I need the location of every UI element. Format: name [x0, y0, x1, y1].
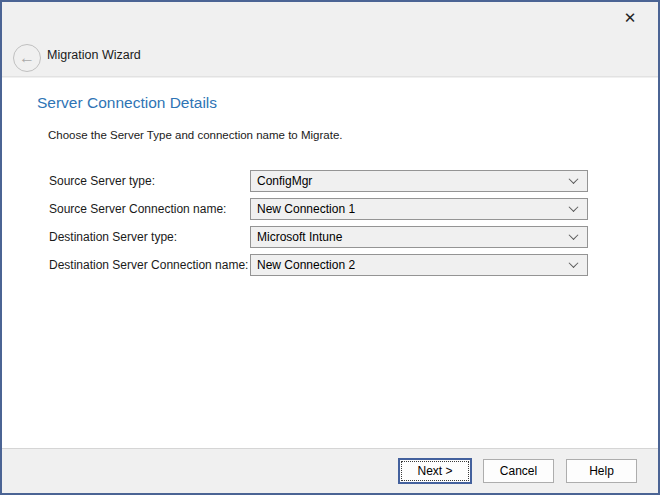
- help-button[interactable]: Help: [566, 459, 637, 483]
- destination-server-type-dropdown[interactable]: Microsoft Intune: [250, 226, 588, 248]
- destination-connection-name-dropdown[interactable]: New Connection 2: [250, 254, 588, 276]
- chevron-down-icon: [569, 230, 579, 240]
- title-bar: ✕: [2, 2, 658, 32]
- help-button-label: Help: [589, 464, 614, 478]
- form-row-destination-server-type: Destination Server type: Microsoft Intun…: [2, 226, 658, 248]
- source-server-type-dropdown[interactable]: ConfigMgr: [250, 170, 588, 192]
- page-description: Choose the Server Type and connection na…: [48, 129, 343, 141]
- chevron-down-icon: [569, 258, 579, 268]
- source-server-type-value: ConfigMgr: [257, 174, 312, 188]
- cancel-button-label: Cancel: [500, 464, 537, 478]
- button-bar: Next > Cancel Help: [2, 448, 658, 493]
- destination-connection-name-value: New Connection 2: [257, 258, 355, 272]
- back-arrow-icon: ←: [19, 50, 35, 66]
- form-row-destination-connection-name: Destination Server Connection name: New …: [2, 254, 658, 276]
- destination-server-type-label: Destination Server type:: [49, 226, 177, 248]
- source-connection-name-dropdown[interactable]: New Connection 1: [250, 198, 588, 220]
- migration-wizard-window: ✕ ← Migration Wizard Server Connection D…: [0, 0, 660, 495]
- page-title: Server Connection Details: [37, 94, 217, 112]
- close-icon[interactable]: ✕: [620, 8, 640, 28]
- next-button[interactable]: Next >: [398, 458, 472, 484]
- form-row-source-server-type: Source Server type: ConfigMgr: [2, 170, 658, 192]
- cancel-button[interactable]: Cancel: [483, 459, 554, 483]
- wizard-header: ← Migration Wizard: [2, 32, 658, 77]
- source-server-type-label: Source Server type:: [49, 170, 155, 192]
- chevron-down-icon: [569, 174, 579, 184]
- destination-server-type-value: Microsoft Intune: [257, 230, 342, 244]
- back-button[interactable]: ←: [13, 44, 41, 72]
- source-connection-name-label: Source Server Connection name:: [49, 198, 226, 220]
- wizard-content: Server Connection Details Choose the Ser…: [2, 78, 658, 448]
- form-row-source-connection-name: Source Server Connection name: New Conne…: [2, 198, 658, 220]
- destination-connection-name-label: Destination Server Connection name:: [49, 254, 248, 276]
- wizard-title: Migration Wizard: [47, 32, 141, 77]
- source-connection-name-value: New Connection 1: [257, 202, 355, 216]
- next-button-label: Next >: [417, 464, 452, 478]
- chevron-down-icon: [569, 202, 579, 212]
